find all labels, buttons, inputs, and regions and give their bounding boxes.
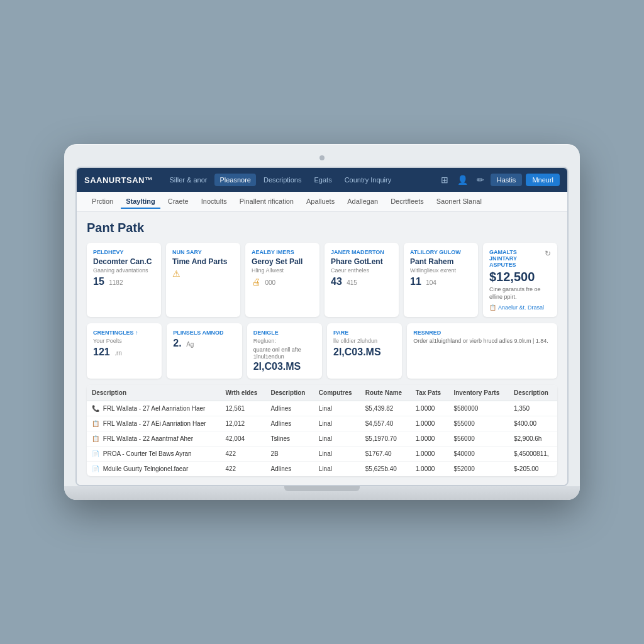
card-4-title: Phare GotLent <box>331 257 392 266</box>
sub-nav-prction[interactable]: Prction <box>87 195 118 209</box>
row-1-wrth: 12,561 <box>220 401 265 416</box>
card-r2-3-label: Denigle <box>253 330 316 336</box>
col-wrth: Wrth eldes <box>220 385 265 401</box>
row-2-desc2: Adlines <box>265 416 313 431</box>
row-4-desc: 📄 PROA - Courter Tel Baws Ayran <box>87 446 220 461</box>
user-icon[interactable]: 👤 <box>455 174 470 186</box>
nav-item-egats[interactable]: Egats <box>309 174 337 186</box>
print-icon: 🖨 <box>252 277 260 287</box>
main-table: Description Wrth eldes Description Compu… <box>87 385 557 476</box>
row-1-desc: 📞 FRL Wallata - 27 Ael Aanriation Haer <box>87 401 220 416</box>
table-row: 📋 FRL Wallata - 27 AEi Aanriation Haer 1… <box>87 416 557 431</box>
card-1-value-row: 15 1182 <box>93 276 155 287</box>
row-1-icon: 📞 <box>92 405 99 412</box>
sub-nav-craete[interactable]: Craete <box>163 195 194 209</box>
row-4-route: $1767.40 <box>360 446 411 461</box>
card-4-label: Janer Maderton <box>331 249 392 255</box>
card-decomter: Peldhevy Decomter Can.C Gaaning advantat… <box>87 243 161 316</box>
card-6-label: Gamalts Jnintary Asputes <box>489 249 545 268</box>
row-1-route: $5,439.82 <box>360 401 411 416</box>
nav-item-country[interactable]: Country Inquiry <box>340 174 397 186</box>
card-r2-4-label: Pare <box>333 330 396 336</box>
grid-icon[interactable]: ⊞ <box>438 174 451 186</box>
top-navbar: SAANURTSAN™ Siller & anor Pleasnore Desc… <box>77 168 567 192</box>
row-1-computres: Linal <box>314 401 360 416</box>
card-5-sub: Witlinglieux exrent <box>410 267 472 274</box>
sub-nav-saonert[interactable]: Saonert Slanal <box>431 195 487 209</box>
table-row: 📋 FRL Wallata - 22 Aaantrnaf Aher 42,004… <box>87 431 557 446</box>
card-2-label: Nun Sary <box>172 249 234 255</box>
card-1-value: 15 <box>93 276 104 287</box>
card-2-title: Time And Parts <box>172 257 234 266</box>
row-3-tax: 1.0000 <box>411 431 449 446</box>
laptop-screen: SAANURTSAN™ Siller & anor Pleasnore Desc… <box>75 167 569 486</box>
page-title: Pant Patk <box>87 221 557 235</box>
sub-nav-inoctults[interactable]: Inoctults <box>196 195 232 209</box>
card-r2-1-value-row: 121 .rn <box>93 347 155 358</box>
row-2-computres: Linal <box>314 416 360 431</box>
row-5-desc3: $-205.00 <box>509 461 557 476</box>
col-description2: Description <box>265 385 313 401</box>
nav-items: Siller & anor Pleasnore Descriptions Ega… <box>165 174 433 186</box>
row-5-tax: 1.0000 <box>411 461 449 476</box>
laptop-camera <box>319 155 325 160</box>
row-2-wrth: 12,012 <box>220 416 265 431</box>
card-resnred: Resnred Order al1luigthland or vierb hru… <box>407 323 557 379</box>
card-r2-5-label: Resnred <box>413 330 551 336</box>
sub-nav-pinallent[interactable]: Pinallent rification <box>235 195 299 209</box>
card-1-sub: Gaaning advantations <box>93 267 155 274</box>
card-phare: Janer Maderton Phare GotLent Caeur enthe… <box>325 243 399 316</box>
card-plinsels: Plinsels Amnod 2. Ag <box>167 323 242 379</box>
sub-nav-decrtfleets[interactable]: Decrtfleets <box>386 195 429 209</box>
sub-nav-staylting[interactable]: Staylting <box>121 195 160 209</box>
card-4-sub: Caeur entheles <box>331 267 392 274</box>
row-5-desc: 📄 Mduile Guurty Telngionel.faear <box>87 461 220 476</box>
card-1-value-small: 1182 <box>109 279 123 286</box>
card-pant-rahem: Atlilory Gulow Pant Rahem Witlinglieux e… <box>404 243 478 316</box>
mneurl-button[interactable]: Mneurl <box>526 174 560 186</box>
card-4-value-row: 43 415 <box>331 276 392 287</box>
refresh-icon[interactable]: ↻ <box>545 249 551 258</box>
row-2-desc3: $400.00 <box>509 416 557 431</box>
row-5-desc2: Adlines <box>265 461 313 476</box>
nav-item-descriptions[interactable]: Descriptions <box>258 174 307 186</box>
nav-item-pleasnore[interactable]: Pleasnore <box>214 174 256 186</box>
row-1-inventory: $580000 <box>448 401 509 416</box>
hastis-button[interactable]: Hastis <box>491 174 523 186</box>
row-3-icon: 📋 <box>92 435 99 442</box>
card-1-title: Decomter Can.C <box>93 257 155 266</box>
cards-row-1: Peldhevy Decomter Can.C Gaaning advantat… <box>87 243 557 316</box>
row-3-inventory: $56000 <box>448 431 509 446</box>
row-3-route: $5,1970.70 <box>360 431 411 446</box>
edit-icon[interactable]: ✏ <box>474 174 487 186</box>
row-2-route: $4,557.40 <box>360 416 411 431</box>
row-4-tax: 1.0000 <box>411 446 449 461</box>
card-5-value-row: 11 104 <box>410 276 472 287</box>
nav-actions: ⊞ 👤 ✏ Hastis Mneurl <box>438 174 560 186</box>
card-6-link[interactable]: 📋 Anaelur &t. Drasal <box>489 304 551 311</box>
card-r2-3-value: 2l,C03.MS <box>253 361 316 372</box>
sub-nav-apalluets[interactable]: Apalluets <box>301 195 340 209</box>
row-4-icon: 📄 <box>92 450 99 457</box>
card-r2-2-value-row: 2. Ag <box>173 338 235 349</box>
main-content: Pant Patk Peldhevy Decomter Can.C Gaanin… <box>77 212 567 485</box>
row-5-inventory: $52000 <box>448 461 509 476</box>
card-3-value-row: 🖨 000 <box>252 276 313 287</box>
row-3-desc2: Tslines <box>265 431 313 446</box>
row-4-computres: Linal <box>314 446 360 461</box>
card-r2-1-title: Your Poelts <box>93 338 155 344</box>
card-6-big-value: $12,500 <box>489 270 551 284</box>
col-description: Description <box>87 385 220 401</box>
row-3-desc: 📋 FRL Wallata - 22 Aaantrnaf Aher <box>87 431 220 446</box>
data-table: Description Wrth eldes Description Compu… <box>87 385 557 476</box>
card-6-desc: Cine garanuts fre oe elline ppirt. <box>489 286 551 301</box>
row-1-desc2: Adlines <box>265 401 313 416</box>
row-5-wrth: 422 <box>220 461 265 476</box>
warning-icon: ⚠ <box>172 269 234 279</box>
sub-nav-adallegan[interactable]: Adallegan <box>342 195 383 209</box>
card-5-value: 11 <box>410 276 421 287</box>
card-crentingles: Crentingles ↑ Your Poelts 121 .rn <box>87 323 162 379</box>
card-r2-1-label: Crentingles ↑ <box>93 330 155 336</box>
row-5-computres: Linal <box>314 461 360 476</box>
nav-item-siller[interactable]: Siller & anor <box>165 174 213 186</box>
